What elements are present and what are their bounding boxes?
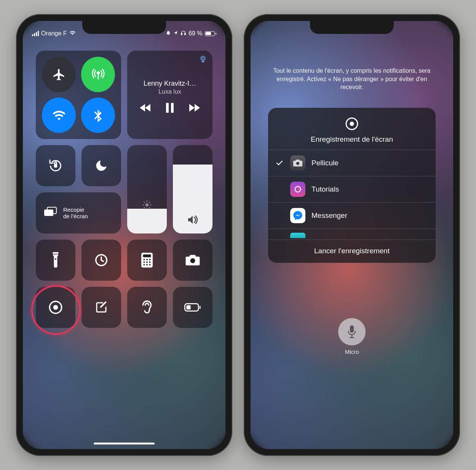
svg-point-28: [149, 261, 151, 263]
svg-point-23: [144, 259, 145, 261]
media-prev-button[interactable]: [139, 103, 152, 112]
notch: [310, 21, 394, 34]
volume-slider[interactable]: [173, 145, 212, 233]
bluetooth-toggle[interactable]: [81, 98, 115, 133]
media-pause-button[interactable]: [166, 103, 174, 113]
svg-point-29: [144, 264, 145, 265]
media-subtitle: Luxa lux: [158, 88, 181, 95]
tutorials-app-icon: [290, 182, 305, 197]
alarm-status-icon: [166, 30, 171, 37]
destination-row-tutorials[interactable]: Tutorials: [268, 176, 436, 203]
phone-right: Tout le contenu de l'écran, y compris le…: [244, 14, 460, 456]
brightness-icon: [142, 200, 152, 211]
airplay-icon[interactable]: [199, 55, 207, 64]
volume-icon: [187, 214, 199, 227]
calculator-button[interactable]: [127, 240, 167, 281]
microphone-label: Micro: [338, 349, 366, 355]
battery-pct-label: 69 %: [188, 30, 202, 37]
wifi-toggle[interactable]: [42, 98, 76, 133]
svg-point-19: [55, 258, 56, 260]
media-title: Lenny Kravitz-I…: [144, 80, 196, 88]
svg-rect-7: [54, 164, 57, 168]
partial-app-icon: [290, 233, 305, 238]
svg-line-16: [149, 202, 150, 203]
screen-record-icon: [268, 116, 436, 131]
screen-mirroring-icon: [43, 206, 58, 219]
rotation-lock-toggle[interactable]: [36, 145, 75, 186]
svg-point-32: [190, 258, 195, 263]
svg-point-24: [146, 259, 148, 261]
brightness-fill: [127, 209, 167, 233]
panel-header: Enregistrement de l'écran: [268, 116, 436, 150]
svg-rect-5: [166, 103, 169, 113]
location-status-icon: [173, 30, 178, 37]
svg-point-40: [296, 162, 299, 165]
wifi-status-icon: [69, 30, 76, 37]
destination-list: Pellicule Tutorials Messenger: [268, 150, 436, 240]
media-platter[interactable]: Lenny Kravitz-I… Luxa lux: [127, 51, 212, 139]
screen-recording-panel: Enregistrement de l'écran Pellicule: [268, 108, 436, 263]
notes-button[interactable]: [81, 287, 121, 328]
carrier-label: Orange F: [41, 30, 67, 37]
svg-point-27: [146, 261, 148, 263]
phone-left: Orange F 69 %: [16, 14, 232, 456]
home-indicator[interactable]: [94, 443, 155, 444]
media-next-button[interactable]: [188, 103, 201, 112]
svg-line-15: [144, 207, 145, 208]
screen-right: Tout le contenu de l'écran, y compris le…: [251, 21, 453, 449]
svg-rect-0: [181, 33, 182, 35]
svg-point-39: [350, 121, 354, 126]
svg-rect-36: [200, 306, 201, 309]
screen-mirroring-button[interactable]: Recopie de l'écran: [36, 192, 121, 233]
camera-button[interactable]: [173, 240, 212, 281]
low-power-button[interactable]: [173, 287, 212, 328]
do-not-disturb-toggle[interactable]: [81, 145, 121, 186]
svg-rect-22: [143, 254, 151, 257]
destination-row-partial[interactable]: [268, 229, 436, 240]
destination-row-pellicule[interactable]: Pellicule: [268, 150, 436, 176]
screen-left: Orange F 69 %: [23, 21, 225, 449]
destination-label: Pellicule: [311, 159, 339, 167]
svg-line-14: [149, 207, 150, 208]
battery-icon: [205, 31, 216, 36]
svg-point-31: [149, 264, 151, 265]
panel-title: Enregistrement de l'écran: [268, 135, 436, 144]
messenger-app-icon: [290, 208, 305, 223]
timer-button[interactable]: [81, 240, 121, 281]
svg-rect-6: [171, 103, 174, 113]
hearing-button[interactable]: [127, 287, 167, 328]
cellular-data-toggle[interactable]: [81, 57, 115, 92]
svg-line-13: [144, 202, 145, 203]
signal-bars-icon: [32, 31, 39, 36]
svg-point-25: [149, 259, 151, 261]
svg-point-8: [145, 203, 149, 207]
microphone-toggle[interactable]: [338, 318, 366, 345]
start-recording-button[interactable]: Lancer l'enregistrement: [268, 240, 436, 263]
flashlight-button[interactable]: [36, 240, 75, 281]
connectivity-platter[interactable]: [36, 51, 121, 139]
svg-point-30: [146, 264, 148, 265]
destination-label: Messenger: [311, 211, 347, 220]
highlight-ring: [31, 285, 81, 335]
recording-warning-message: Tout le contenu de l'écran, y compris le…: [266, 67, 438, 91]
svg-point-26: [144, 261, 145, 263]
headphones-status-icon: [180, 30, 186, 37]
airplane-mode-toggle[interactable]: [42, 57, 76, 92]
microphone-control: Micro: [338, 318, 366, 355]
destination-row-messenger[interactable]: Messenger: [268, 203, 436, 229]
svg-point-2: [97, 72, 99, 74]
svg-rect-37: [187, 305, 191, 310]
photos-app-icon: [290, 155, 305, 171]
destination-label: Tutorials: [311, 185, 339, 193]
svg-point-3: [202, 57, 204, 59]
checkmark-icon: [275, 160, 284, 166]
svg-rect-42: [350, 325, 354, 333]
notch: [82, 21, 166, 34]
svg-rect-1: [185, 33, 186, 35]
svg-rect-17: [44, 209, 53, 216]
brightness-slider[interactable]: [127, 145, 167, 233]
svg-point-4: [201, 56, 205, 61]
screen-mirroring-label: Recopie de l'écran: [63, 206, 88, 220]
